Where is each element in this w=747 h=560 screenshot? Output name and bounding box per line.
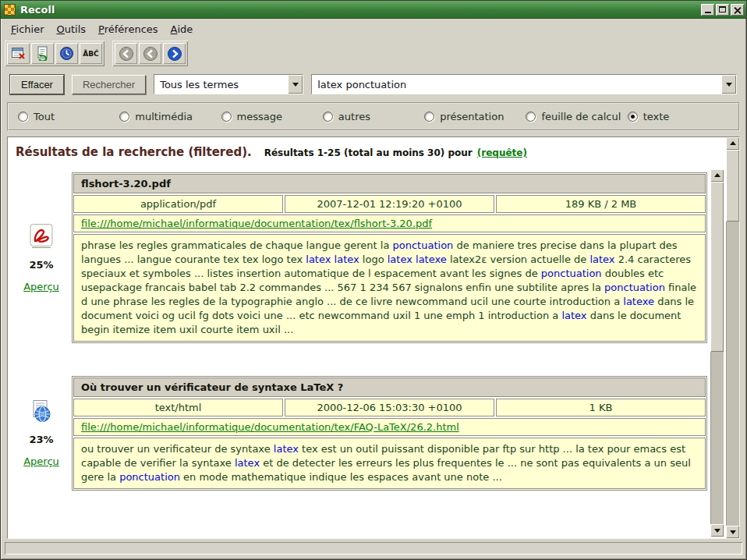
scroll-down-button[interactable]: [726, 526, 739, 538]
arrow-up-icon: [714, 170, 720, 177]
result-filename: flshort-3.20.pdf: [73, 174, 706, 193]
term-explorer-icon: ÂBĈ: [83, 50, 98, 58]
entry-gutter: 25% Aperçu: [19, 172, 64, 343]
menu-aide[interactable]: Aide: [165, 21, 199, 37]
first-page-icon: [119, 46, 134, 62]
result-table: Où trouver un vérificateur de syntaxe La…: [72, 376, 707, 491]
query-dropdown-button[interactable]: [721, 75, 736, 94]
category-filter-bar: Tout multimédia message autres présentat…: [7, 102, 740, 131]
scrollbar-track[interactable]: [726, 150, 739, 526]
radio-icon[interactable]: [18, 112, 28, 122]
result-size: 189 KB / 2 MB: [496, 195, 706, 213]
minimize-button[interactable]: [701, 4, 714, 16]
radio-icon[interactable]: [628, 112, 638, 122]
result-filename: Où trouver un vérificateur de syntaxe La…: [73, 377, 706, 397]
entry-gutter: 23% Aperçu: [19, 376, 64, 491]
filter-texte[interactable]: texte: [628, 111, 729, 122]
scrollbar-track[interactable]: [710, 182, 724, 524]
filter-autres[interactable]: autres: [323, 111, 424, 122]
toolbar-group-main: ÂBĈ: [5, 41, 104, 66]
menu-fichier[interactable]: Fichier: [5, 21, 50, 37]
search-mode-select[interactable]: Tous les termes: [154, 74, 303, 94]
filter-label: Tout: [34, 111, 55, 122]
query-link[interactable]: (requête): [477, 147, 527, 158]
preview-link[interactable]: Aperçu: [23, 455, 59, 467]
preview-link[interactable]: Aperçu: [23, 281, 59, 292]
filter-label: texte: [643, 111, 670, 122]
result-entry: 25% Aperçu flshort-3.20.pdf application/…: [19, 172, 707, 343]
filter-presentation[interactable]: présentation: [424, 111, 526, 122]
filter-label: présentation: [440, 111, 504, 122]
search-row: Effacer Rechercher Tous les termes: [1, 71, 746, 101]
search-button[interactable]: Rechercher: [72, 75, 146, 94]
results-title: Résultats de la recherche (filtered).: [16, 145, 252, 159]
result-url-link[interactable]: file:///home/michael/informatique/docume…: [81, 218, 432, 229]
window-title: Recoll: [20, 4, 55, 16]
radio-icon[interactable]: [424, 112, 434, 122]
filter-feuille-de-calcul[interactable]: feuille de calcul: [526, 111, 627, 122]
scrollbar-thumb[interactable]: [710, 182, 724, 352]
result-list-scrollbar[interactable]: [710, 169, 724, 537]
menubar: Fichier Outils Préférences Aide: [1, 19, 746, 40]
clear-button[interactable]: Effacer: [10, 75, 64, 94]
chevron-down-icon: [292, 83, 299, 90]
toolbar-group-nav: [112, 41, 188, 66]
search-mode-dropdown-button[interactable]: [288, 75, 303, 94]
history-button[interactable]: [55, 43, 78, 64]
recoll-window: Recoll Fichier Outils Préférences Aide Â…: [0, 0, 747, 560]
scroll-up-button[interactable]: [726, 137, 739, 150]
filter-message[interactable]: message: [221, 111, 323, 122]
next-page-icon: [167, 46, 182, 62]
result-abstract: ou trouver un verificateur de syntaxe la…: [73, 438, 706, 489]
toolbar: ÂBĈ: [1, 40, 746, 71]
next-page-button[interactable]: [163, 43, 186, 64]
titlebar[interactable]: Recoll: [1, 1, 746, 19]
result-info-row: text/html 2000-12-06 15:03:30 +0100 1 KB: [73, 399, 706, 416]
result-table: flshort-3.20.pdf application/pdf 2007-12…: [72, 172, 707, 343]
menu-preferences[interactable]: Préférences: [93, 21, 163, 37]
prev-page-icon: [143, 46, 158, 62]
search-mode-value: Tous les termes: [154, 75, 288, 94]
radio-icon[interactable]: [323, 112, 333, 122]
results-area: Résultats de la recherche (filtered).Rés…: [7, 136, 740, 539]
result-date: 2007-12-01 12:19:20 +0100: [285, 195, 494, 213]
first-page-button[interactable]: [115, 43, 137, 64]
chevron-down-icon: [726, 83, 732, 90]
query-combo: [311, 74, 737, 94]
html-file-icon: [30, 399, 53, 424]
result-mime: text/html: [73, 399, 283, 416]
arrow-up-icon: [730, 138, 736, 145]
search-input[interactable]: [312, 75, 721, 94]
filter-multimedia[interactable]: multimédia: [119, 111, 221, 122]
update-index-button[interactable]: [31, 43, 54, 64]
radio-icon[interactable]: [221, 112, 232, 122]
scroll-down-button[interactable]: [710, 524, 724, 537]
prev-page-button[interactable]: [139, 43, 161, 64]
scroll-up-button[interactable]: [710, 169, 724, 182]
result-info-row: application/pdf 2007-12-01 12:19:20 +010…: [73, 195, 706, 213]
filter-label: autres: [338, 111, 370, 122]
term-explorer-button[interactable]: ÂBĈ: [80, 43, 102, 64]
clear-search-button[interactable]: [7, 43, 30, 64]
maximize-icon: [719, 6, 726, 12]
results-list: 25% Aperçu flshort-3.20.pdf application/…: [8, 169, 726, 538]
filter-label: multimédia: [135, 111, 193, 122]
filter-label: message: [237, 111, 282, 122]
arrow-down-icon: [730, 530, 736, 537]
results-summary: Résultats 1-25 (total au moins 30) pour: [264, 147, 473, 158]
relevance-percent: 25%: [29, 259, 53, 271]
result-url-row: file:///home/michael/informatique/docume…: [73, 418, 706, 436]
radio-icon[interactable]: [526, 112, 536, 122]
pdf-file-icon: [29, 223, 54, 249]
result-url-link[interactable]: file:///home/michael/informatique/docume…: [81, 421, 459, 433]
scrollbar-thumb[interactable]: [726, 150, 739, 222]
result-abstract: phrase les regles grammaticales de chaqu…: [73, 234, 706, 342]
radio-icon[interactable]: [119, 112, 129, 122]
results-scrollbar[interactable]: [726, 137, 739, 538]
filter-tout[interactable]: Tout: [18, 111, 119, 122]
close-button[interactable]: [731, 4, 744, 16]
result-size: 1 KB: [496, 399, 706, 416]
menu-outils[interactable]: Outils: [51, 21, 92, 37]
status-bar: [5, 542, 742, 555]
maximize-button[interactable]: [716, 4, 729, 16]
